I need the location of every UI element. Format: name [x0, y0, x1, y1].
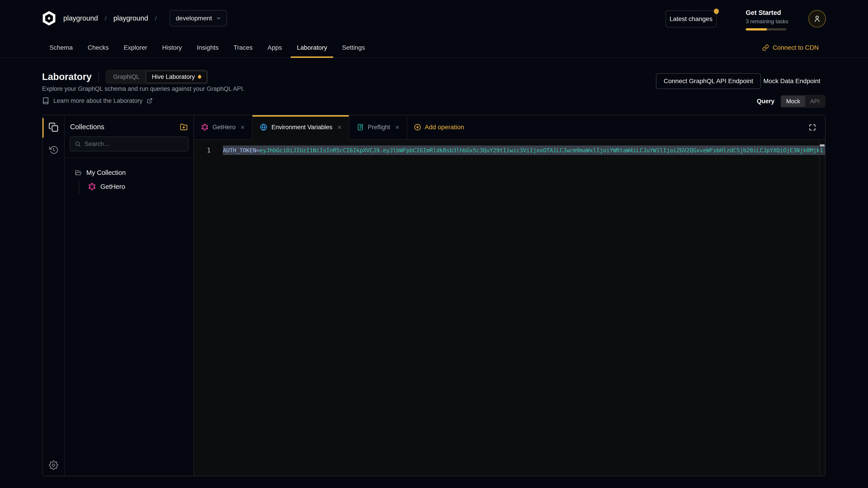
link-icon [762, 44, 769, 51]
target-selector-value: development [176, 15, 212, 22]
folder-open-icon [74, 169, 82, 176]
graphql-tab-icon [201, 124, 209, 131]
page-title: Laboratory [42, 71, 92, 82]
collections-search[interactable] [70, 136, 188, 151]
operation-label: GetHero [100, 183, 125, 191]
add-operation-label: Add operation [425, 124, 464, 131]
search-icon [74, 141, 81, 147]
tab-label: Environment Variables [272, 124, 333, 131]
toggle-option-api[interactable]: API [805, 96, 825, 107]
collections-tree: My Collection GetHero [65, 158, 193, 193]
new-collection-folder-plus-icon[interactable] [180, 123, 188, 131]
gear-icon [49, 460, 58, 470]
graphql-operation-icon [88, 183, 96, 191]
get-started-progress-track [746, 28, 786, 31]
new-feature-dot [198, 75, 201, 78]
toggle-option-graphiql[interactable]: GraphiQL [107, 71, 146, 83]
project-nav: Schema Checks Explorer History Insights … [0, 38, 868, 58]
code-line-1[interactable]: 1 AUTH_TOKEN=eyJhbGciOiJIUzI1NiIsInR5cCI… [194, 145, 825, 155]
breadcrumb-separator: / [105, 14, 106, 22]
latest-changes-button[interactable]: Latest changes [665, 10, 717, 28]
add-operation-button[interactable]: Add operation [414, 115, 464, 139]
tab-gethero[interactable]: GetHero × [194, 115, 252, 139]
search-input[interactable] [85, 140, 184, 148]
nav-item-schema[interactable]: Schema [42, 38, 80, 57]
close-tab-icon[interactable]: × [241, 124, 245, 131]
query-target-toggle: Mock API [780, 95, 826, 108]
breadcrumb-org[interactable]: playground [63, 14, 98, 22]
editor-tabbar: GetHero × Environment Variables × [194, 115, 825, 140]
nav-item-laboratory[interactable]: Laboratory [289, 38, 335, 57]
collections-rail-button[interactable] [42, 122, 65, 132]
get-started-subtitle: 3 remaining tasks [746, 18, 789, 25]
query-target-row: Query Mock API [757, 95, 826, 108]
learn-more-link[interactable]: Learn more about the Laboratory [42, 97, 153, 104]
globe-icon [260, 123, 268, 131]
tab-environment-variables[interactable]: Environment Variables × [252, 115, 349, 140]
toggle-option-label: Hive Laboratory [152, 73, 195, 80]
breadcrumb-project[interactable]: playground [114, 14, 148, 22]
line-number: 1 [194, 147, 223, 154]
header: playground / playground / development [41, 8, 227, 28]
learn-more-label: Learn more about the Laboratory [53, 97, 143, 104]
collections-icon [49, 122, 59, 132]
selected-code-text: AUTH_TOKEN=eyJhbGciOiJIUzI1NiIsInR5cCI6I… [223, 145, 825, 155]
book-icon [42, 97, 49, 104]
collections-sidebar: Collections My Collection [65, 115, 194, 476]
page-description: Explore your GraphQL schema and run quer… [42, 86, 244, 92]
history-icon [49, 145, 59, 155]
latest-changes-label: Latest changes [670, 15, 712, 23]
close-tab-icon[interactable]: × [395, 124, 399, 131]
toggle-option-mock[interactable]: Mock [781, 96, 805, 107]
toggle-option-hive-laboratory[interactable]: Hive Laboratory [146, 71, 207, 83]
get-started-title: Get Started [746, 9, 789, 17]
divider [98, 72, 99, 82]
nav-item-insights[interactable]: Insights [189, 38, 226, 57]
notification-dot [714, 8, 719, 14]
script-icon [356, 124, 364, 131]
close-tab-icon[interactable]: × [337, 124, 342, 131]
settings-rail-button[interactable] [42, 460, 65, 470]
connect-graphql-endpoint-button[interactable]: Connect GraphQL API Endpoint [656, 73, 761, 89]
env-var-name: AUTH_TOKEN [223, 147, 256, 154]
mock-data-endpoint-button[interactable]: Mock Data Endpoint [763, 73, 820, 89]
nav-item-history[interactable]: History [155, 38, 189, 57]
editor-column: GetHero × Environment Variables × [194, 115, 825, 476]
history-rail-button[interactable] [42, 145, 65, 155]
laboratory-panel: Collections My Collection [42, 115, 826, 476]
editor-scrollbar-thumb[interactable] [820, 144, 825, 147]
nav-item-traces[interactable]: Traces [226, 38, 260, 57]
target-selector[interactable]: development [169, 10, 227, 26]
breadcrumb-separator: / [155, 14, 157, 22]
sidebar-icon-rail [42, 115, 65, 476]
nav-item-apps[interactable]: Apps [260, 38, 289, 57]
equals-sign: = [256, 147, 260, 154]
operation-row-gethero[interactable]: GetHero [65, 181, 193, 193]
tab-preflight[interactable]: Preflight × [349, 115, 407, 139]
editor-scrollbar-track[interactable] [819, 140, 825, 476]
fullscreen-icon [808, 123, 816, 131]
connect-to-cdn-label: Connect to CDN [773, 44, 819, 51]
tab-label: Preflight [368, 124, 390, 131]
env-var-value: eyJhbGciOiJIUzI1NiIsInR5cCI6IkpXVCJ9.eyJ… [259, 147, 823, 154]
collection-folder-label: My Collection [86, 169, 126, 176]
hive-logo-icon[interactable] [41, 11, 57, 26]
nav-item-checks[interactable]: Checks [80, 38, 116, 57]
environment-editor[interactable]: 1 AUTH_TOKEN=eyJhbGciOiJIUzI1NiIsInR5cCI… [194, 140, 825, 476]
get-started-progress-fill [746, 28, 767, 31]
nav-item-explorer[interactable]: Explorer [116, 38, 155, 57]
plus-circle-icon [414, 124, 421, 131]
hive-laboratory-page: playground / playground / development La… [0, 0, 868, 488]
collections-title: Collections [70, 123, 104, 131]
fullscreen-button[interactable] [806, 121, 819, 134]
get-started-widget[interactable]: Get Started 3 remaining tasks [746, 9, 789, 31]
external-link-icon [147, 98, 153, 104]
connect-to-cdn-link[interactable]: Connect to CDN [762, 38, 819, 57]
laboratory-header: Laboratory GraphiQL Hive Laboratory [42, 69, 208, 85]
nav-item-settings[interactable]: Settings [335, 38, 372, 57]
chevron-down-icon [216, 15, 221, 21]
collection-folder-row[interactable]: My Collection [65, 167, 193, 178]
user-avatar[interactable] [808, 10, 826, 28]
tree-indent-guide [79, 180, 79, 194]
person-icon [813, 14, 822, 23]
